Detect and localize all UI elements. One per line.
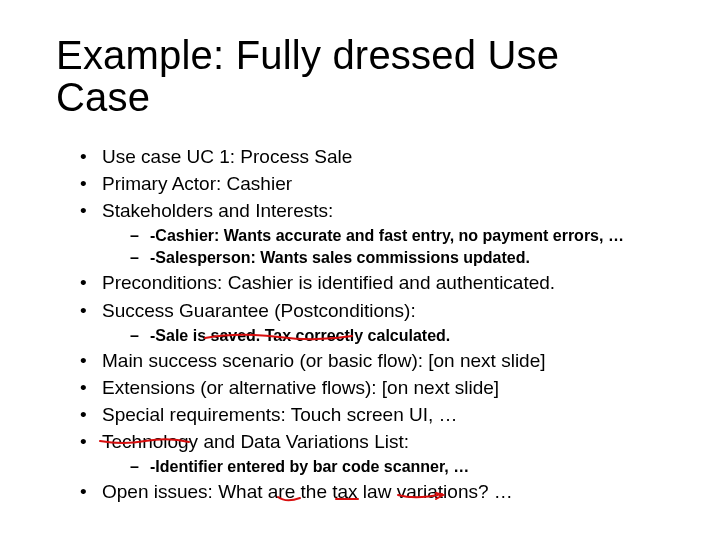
sub-list-item: -Identifier entered by bar code scanner,…	[130, 456, 664, 477]
sub-list-item: -Salesperson: Wants sales commissions up…	[130, 247, 664, 268]
list-item: Preconditions: Cashier is identified and…	[80, 270, 664, 295]
list-item-label: Success Guarantee (Postconditions):	[102, 300, 416, 321]
list-item: Technology and Data Variations List: -Id…	[80, 429, 664, 477]
list-item-label: Technology and Data Variations List:	[102, 431, 409, 452]
list-item: Primary Actor: Cashier	[80, 171, 664, 196]
sub-list: -Cashier: Wants accurate and fast entry,…	[102, 225, 664, 268]
sub-list-item: -Cashier: Wants accurate and fast entry,…	[130, 225, 664, 246]
list-item: Main success scenario (or basic flow): […	[80, 348, 664, 373]
list-item: Open issues: What are the tax law variat…	[80, 479, 664, 504]
sub-list: -Sale is saved. Tax correctly calculated…	[102, 325, 664, 346]
list-item: Use case UC 1: Process Sale	[80, 144, 664, 169]
list-item: Stakeholders and Interests: -Cashier: Wa…	[80, 198, 664, 268]
list-item-label: Stakeholders and Interests:	[102, 200, 333, 221]
list-item: Extensions (or alternative flows): [on n…	[80, 375, 664, 400]
sub-list: -Identifier entered by bar code scanner,…	[102, 456, 664, 477]
slide: Example: Fully dressed Use Case Use case…	[0, 0, 720, 504]
sub-list-item: -Sale is saved. Tax correctly calculated…	[130, 325, 664, 346]
list-item: Special requirements: Touch screen UI, …	[80, 402, 664, 427]
list-item: Success Guarantee (Postconditions): -Sal…	[80, 298, 664, 346]
bullet-list: Use case UC 1: Process Sale Primary Acto…	[56, 144, 664, 504]
slide-title: Example: Fully dressed Use Case	[56, 34, 664, 118]
